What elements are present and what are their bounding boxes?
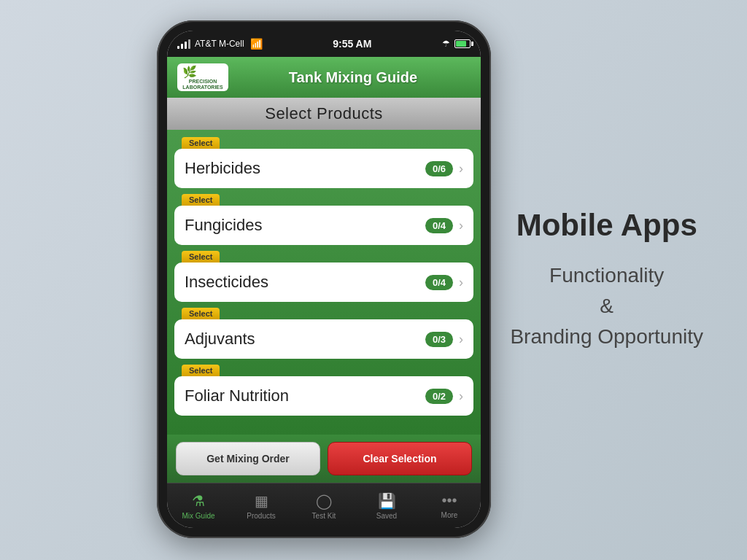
- phone-frame: AT&T M-Cell 📶 9:55 AM ☂ �: [157, 20, 491, 538]
- slide-container: AT&T M-Cell 📶 9:55 AM ☂ �: [0, 0, 747, 560]
- flask-icon: ⚗: [192, 492, 205, 510]
- category-row-foliar[interactable]: Foliar Nutrition 0/2 ›: [174, 376, 473, 416]
- select-badge-insecticides: Select: [182, 251, 220, 262]
- carrier-label: AT&T M-Cell: [195, 39, 244, 49]
- content-area: Select Herbicides 0/6 › Select Fungicide…: [167, 130, 481, 435]
- category-block-adjuvants[interactable]: Select Adjuvants 0/3 ›: [174, 306, 473, 359]
- subtitle-line1: Functionality: [549, 264, 664, 287]
- circle-icon: ◯: [316, 492, 332, 510]
- time-display: 9:55 AM: [333, 38, 371, 50]
- logo-leaf-icon: 🌿: [182, 65, 222, 79]
- select-badge-herbicides: Select: [182, 137, 220, 149]
- count-badge-insecticides: 0/4: [425, 275, 453, 290]
- status-left: AT&T M-Cell 📶: [177, 38, 263, 50]
- phone-wrapper: AT&T M-Cell 📶 9:55 AM ☂ �: [157, 20, 491, 538]
- count-badge-fungicides: 0/4: [425, 218, 453, 233]
- tab-products[interactable]: ▦ Products: [230, 483, 293, 528]
- count-badge-adjuvants: 0/3: [425, 332, 453, 347]
- select-badge-fungicides: Select: [182, 194, 220, 206]
- app-title: Tank Mixing Guide: [236, 69, 471, 86]
- tab-bar: ⚗ Mix Guide ▦ Products ◯ Test Kit 💾 Save…: [167, 483, 481, 528]
- select-badge-adjuvants: Select: [182, 308, 220, 319]
- category-block-insecticides[interactable]: Select Insecticides 0/4 ›: [174, 249, 473, 302]
- section-title-bar: Select Products: [167, 98, 481, 130]
- category-row-fungicides[interactable]: Fungicides 0/4 ›: [174, 206, 473, 245]
- chevron-icon-herbicides: ›: [459, 161, 463, 176]
- phone-screen: AT&T M-Cell 📶 9:55 AM ☂ �: [167, 31, 481, 528]
- category-name-fungicides: Fungicides: [185, 216, 425, 235]
- app-logo: 🌿 PRECISION LABORATORIES: [177, 63, 228, 91]
- tab-more[interactable]: ••• More: [418, 483, 481, 528]
- battery-icon: [454, 39, 471, 48]
- category-name-herbicides: Herbicides: [185, 159, 425, 178]
- clear-selection-button[interactable]: Clear Selection: [328, 442, 472, 475]
- category-name-adjuvants: Adjuvants: [185, 330, 425, 349]
- logo-text: PRECISION LABORATORIES: [182, 79, 222, 90]
- status-right: ☂: [442, 39, 471, 49]
- category-row-herbicides[interactable]: Herbicides 0/6 ›: [174, 149, 473, 188]
- chevron-icon-insecticides: ›: [459, 275, 463, 290]
- tab-saved-label: Saved: [376, 512, 397, 520]
- signal-bars-icon: [177, 39, 190, 49]
- chevron-icon-fungicides: ›: [459, 218, 463, 233]
- get-mixing-order-button[interactable]: Get Mixing Order: [176, 442, 320, 475]
- category-name-insecticides: Insecticides: [185, 273, 425, 292]
- tab-products-label: Products: [247, 512, 275, 520]
- count-badge-herbicides: 0/6: [425, 161, 453, 176]
- category-block-herbicides[interactable]: Select Herbicides 0/6 ›: [174, 136, 473, 188]
- action-buttons: Get Mixing Order Clear Selection: [167, 435, 481, 483]
- tab-test-kit[interactable]: ◯ Test Kit: [293, 483, 355, 528]
- status-bar: AT&T M-Cell 📶 9:55 AM ☂: [167, 31, 481, 57]
- chevron-icon-adjuvants: ›: [459, 332, 463, 347]
- category-block-foliar[interactable]: Select Foliar Nutrition 0/2 ›: [174, 363, 473, 416]
- tab-mix-guide[interactable]: ⚗ Mix Guide: [167, 483, 230, 528]
- tab-test-kit-label: Test Kit: [312, 512, 336, 520]
- category-row-adjuvants[interactable]: Adjuvants 0/3 ›: [174, 319, 473, 359]
- mobile-apps-title: Mobile Apps: [510, 208, 703, 243]
- box-icon: ▦: [255, 492, 268, 510]
- select-badge-foliar: Select: [182, 365, 220, 376]
- wifi-icon: 📶: [250, 38, 263, 50]
- category-block-fungicides[interactable]: Select Fungicides 0/4 ›: [174, 192, 473, 245]
- tab-saved[interactable]: 💾 Saved: [355, 483, 418, 528]
- chevron-icon-foliar: ›: [459, 389, 463, 404]
- category-row-insecticides[interactable]: Insecticides 0/4 ›: [174, 262, 473, 302]
- subtitle-ampersand: &: [510, 291, 703, 322]
- subtitle-line3: Branding Opportunity: [510, 325, 703, 348]
- right-panel: Mobile Apps Functionality & Branding Opp…: [510, 208, 703, 352]
- bluetooth-icon: ☂: [442, 39, 450, 49]
- tab-more-label: More: [441, 511, 458, 519]
- dots-icon: •••: [441, 492, 457, 509]
- count-badge-foliar: 0/2: [425, 389, 453, 404]
- save-icon: 💾: [378, 492, 396, 510]
- battery-fill: [456, 41, 466, 47]
- section-title: Select Products: [265, 104, 383, 123]
- category-name-foliar: Foliar Nutrition: [185, 386, 425, 405]
- tab-mix-guide-label: Mix Guide: [182, 512, 214, 520]
- subtitle-text: Functionality & Branding Opportunity: [510, 260, 703, 352]
- app-header: 🌿 PRECISION LABORATORIES Tank Mixing Gui…: [167, 57, 481, 98]
